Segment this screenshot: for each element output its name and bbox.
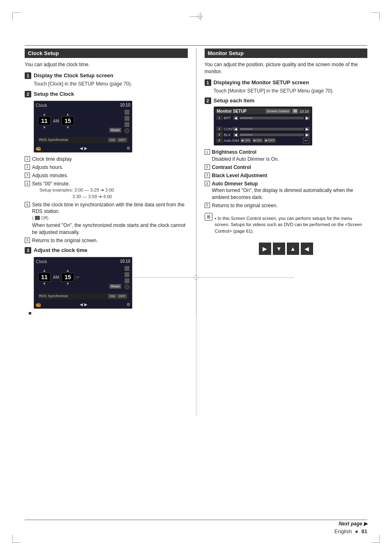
monitor-num-list: 1 Brightness Control Disabled if Auto Di… bbox=[205, 149, 368, 209]
monitor-step2-title: Setup each item bbox=[214, 97, 255, 104]
screen-bottom-nav-2: 📻 ◀ ▶ ⚙ bbox=[36, 302, 130, 307]
cont-badge: 2 bbox=[216, 127, 223, 131]
auto-dim-row: 4 Auto DIM ▶ ON ■ ON ■ OFF ↩ bbox=[216, 138, 310, 143]
monitor-step-num-2: 2 bbox=[205, 97, 211, 104]
clock-num-list: 1 Clock time display 2 Adjusts hours. 3 … bbox=[25, 156, 188, 244]
next-page-label: Next page ▶ bbox=[334, 521, 367, 527]
monitor-item-3: 3 Black Level Adjustment bbox=[205, 172, 368, 179]
monitor-item-4: 4 Auto Dimmer Setup When turned "On", th… bbox=[205, 180, 368, 201]
bottom-separator bbox=[25, 520, 367, 520]
cont-slider bbox=[240, 128, 304, 130]
note-icon: ⊞ bbox=[205, 213, 212, 221]
right-column: Monitor Setup You can adjust the positio… bbox=[196, 49, 368, 314]
corner-mark-tl bbox=[12, 12, 21, 21]
nav-arrow-up[interactable]: ▲ bbox=[287, 243, 299, 255]
screen-sidebar-icons-2 bbox=[125, 266, 129, 289]
brt-badge: 1 bbox=[216, 116, 223, 120]
monitor-screen: Monitor SETUP Screen Control 🖼 10:10 1 B… bbox=[214, 106, 312, 146]
monitor-item-1: 1 Brightness Control Disabled if Auto Di… bbox=[205, 149, 368, 162]
bullet-dot bbox=[29, 312, 31, 314]
clock-step-3: 3 Adjust the clock time Clock 10:10 bbox=[25, 247, 188, 309]
nav-arrow-left[interactable]: ◀ bbox=[301, 243, 313, 255]
corner-mark-bl bbox=[12, 534, 21, 543]
reset-button[interactable]: Reset bbox=[109, 128, 121, 132]
main-content: Clock Setup You can adjust the clock tim… bbox=[25, 45, 367, 514]
auto-dim-badge: 4 bbox=[216, 138, 223, 143]
clock-step2-title: Setup the Clock bbox=[34, 91, 74, 97]
rds-row-2: RDS Synchronize ON OFF bbox=[37, 293, 129, 299]
auto-dim-on-inactive[interactable]: ■ ON bbox=[252, 138, 263, 143]
clock-step1-title: Display the Clock Setup screen bbox=[34, 72, 113, 79]
clock-intro: You can adjust the clock time. bbox=[25, 61, 188, 68]
clock-screen-2: Clock 10:10 ▲ 11 ▼ AM bbox=[34, 257, 132, 309]
nav-arrows-container: ▶ ▼ ▲ ◀ bbox=[205, 243, 368, 255]
brt-row: 1 BRT ◀ bbox=[216, 116, 310, 120]
cont-increase[interactable]: ▶ bbox=[305, 127, 310, 131]
touch-indicator: ☞ bbox=[75, 274, 80, 281]
blk-slider bbox=[240, 134, 304, 136]
minutes-control: ▲ 15 ▼ bbox=[62, 112, 74, 130]
page-bullet: ● bbox=[355, 528, 358, 534]
cont-row: 2 CONT ◀ bbox=[216, 127, 310, 131]
nav-arrow-right[interactable]: ▶ bbox=[259, 243, 271, 255]
monitor-step-2: 2 Setup each item Monitor SETUP Screen C… bbox=[205, 97, 368, 146]
page-footer: Next page ▶ English ● 81 bbox=[334, 521, 367, 534]
top-divider bbox=[25, 45, 367, 46]
rds-row: RDS Synchronize ON OFF bbox=[37, 137, 129, 143]
cont-decrease[interactable]: ◀ bbox=[233, 127, 238, 131]
two-column-layout: Clock Setup You can adjust the clock tim… bbox=[25, 49, 367, 314]
clock-step3-title: Adjust the clock time bbox=[34, 247, 88, 253]
monitor-item-5: 5 Returns to the original screen. bbox=[205, 202, 368, 209]
hours-control-2: ▲ 11 ▼ bbox=[38, 268, 51, 286]
blk-increase[interactable]: ▶ bbox=[305, 133, 310, 137]
monitor-intro: You can adjust the position, picture qua… bbox=[205, 61, 368, 75]
hours-control: ▲ 11 ▼ bbox=[38, 112, 51, 130]
left-column: Clock Setup You can adjust the clock tim… bbox=[25, 49, 196, 314]
reset-button-2[interactable]: Reset bbox=[109, 284, 121, 289]
corner-mark-tr bbox=[371, 12, 380, 21]
minutes-control-2: ▲ 15 ▼ bbox=[62, 268, 74, 286]
auto-dim-on-active[interactable]: ▶ ON bbox=[240, 138, 251, 143]
brt-decrease[interactable]: ◀ bbox=[233, 116, 238, 120]
brt-slider bbox=[240, 117, 304, 119]
monitor-step-1: 1 Displaying the Monitor SETUP screen To… bbox=[205, 79, 368, 95]
screen-bottom-nav: 📻 ◀ ▶ ⚙ bbox=[36, 146, 130, 150]
blk-badge: 3 bbox=[216, 132, 223, 137]
monitor-step1-body: Touch [Monitor SETUP] in the SETUP Menu … bbox=[205, 88, 368, 95]
setup-examples: Setup examples: 3:00 — 3:29 ➜ 3:00 3:30 … bbox=[32, 187, 188, 200]
note-text: • In this Screen Control screen, you can… bbox=[215, 215, 368, 234]
step-num-3: 3 bbox=[25, 247, 31, 254]
screen-sidebar-icons bbox=[125, 110, 129, 133]
clock-item-6: 6 Returns to the original screen. bbox=[25, 237, 188, 244]
clock-separator: AM bbox=[53, 118, 59, 123]
clock-step1-body: Touch [Clock] in the SETUP Menu (page 70… bbox=[25, 81, 188, 88]
step-num-1: 1 bbox=[25, 72, 31, 79]
screen-control-label: Screen Control bbox=[265, 109, 291, 113]
clock-setup-header: Clock Setup bbox=[25, 49, 188, 58]
rds-on-btn[interactable]: ON bbox=[108, 138, 116, 142]
clock-item-2: 2 Adjusts hours. bbox=[25, 164, 188, 171]
screen-control-icon: 🖼 bbox=[292, 109, 298, 113]
clock-step-1: 1 Display the Clock Setup screen Touch [… bbox=[25, 72, 188, 88]
monitor-setup-header: Monitor Setup bbox=[205, 49, 368, 58]
rds-on-btn-2[interactable]: ON bbox=[108, 294, 116, 298]
auto-dim-off[interactable]: ■ OFF bbox=[264, 138, 276, 143]
monitor-item-2: 2 Contrast Control bbox=[205, 164, 368, 171]
page-language: English ● 81 bbox=[334, 528, 367, 534]
clock-item-4: 4 Sets "00" minute. Setup examples: 3:00… bbox=[25, 180, 188, 200]
clock-item-5: 5 Sets the clock time in synchronization… bbox=[25, 201, 188, 236]
rds-off-btn[interactable]: OFF bbox=[117, 138, 127, 142]
note-container: ⊞ • In this Screen Control screen, you c… bbox=[205, 212, 368, 238]
screen-return-icon: ↩ bbox=[303, 139, 309, 143]
blk-row: 3 BLK ◀ bbox=[216, 132, 310, 137]
corner-mark-br bbox=[371, 534, 380, 543]
brt-increase[interactable]: ▶ bbox=[305, 116, 310, 120]
clock-item-1: 1 Clock time display bbox=[25, 156, 188, 162]
blk-decrease[interactable]: ◀ bbox=[233, 133, 238, 137]
monitor-step1-title: Displaying the Monitor SETUP screen bbox=[214, 79, 309, 86]
page-number: 81 bbox=[362, 528, 367, 534]
clock-step-2: 2 Setup the Clock Clock 10:10 bbox=[25, 91, 188, 153]
clock-item-3: 3 Adjusts minutes. bbox=[25, 172, 188, 179]
nav-arrow-down[interactable]: ▼ bbox=[273, 243, 285, 255]
rds-off-btn-2[interactable]: OFF bbox=[117, 294, 127, 298]
